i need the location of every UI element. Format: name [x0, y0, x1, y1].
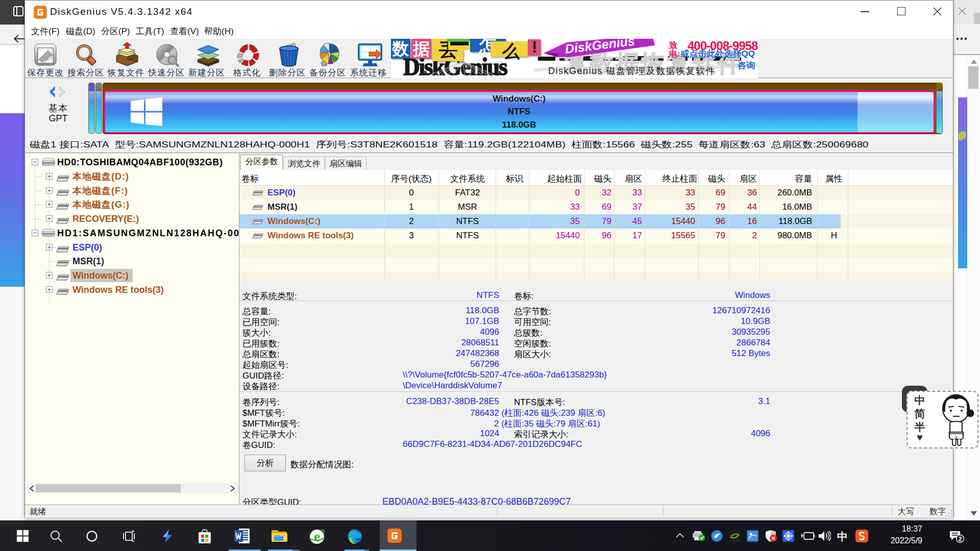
svg-text:e: e — [314, 529, 320, 544]
svg-text:DiskGenius: DiskGenius — [564, 39, 635, 56]
svg-text:2: 2 — [959, 536, 962, 543]
